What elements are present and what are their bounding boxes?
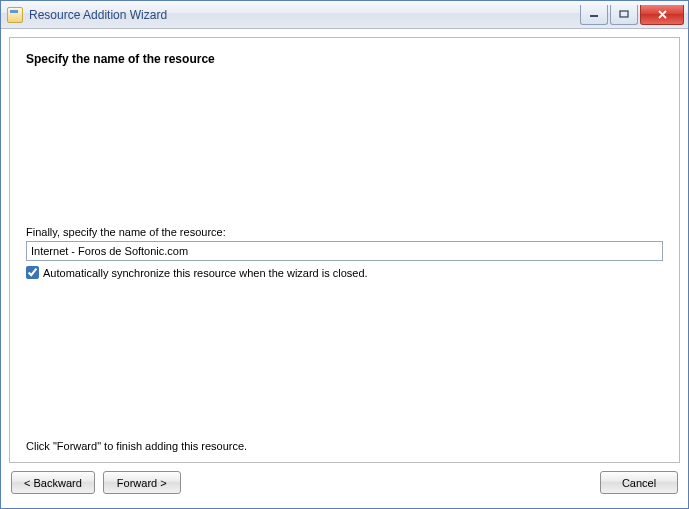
svg-rect-0 [590, 15, 598, 17]
footer-spacer [189, 471, 592, 494]
name-field-block: Finally, specify the name of the resourc… [26, 226, 663, 279]
auto-sync-checkbox[interactable] [26, 266, 39, 279]
app-icon [7, 7, 23, 23]
name-field-label: Finally, specify the name of the resourc… [26, 226, 663, 238]
cancel-button[interactable]: Cancel [600, 471, 678, 494]
window-buttons [580, 5, 686, 25]
window-title: Resource Addition Wizard [29, 8, 167, 22]
titlebar: Resource Addition Wizard [1, 1, 688, 29]
svg-rect-1 [620, 11, 628, 17]
minimize-button[interactable] [580, 5, 608, 25]
wizard-hint: Click "Forward" to finish adding this re… [26, 440, 247, 452]
backward-button[interactable]: < Backward [11, 471, 95, 494]
forward-button[interactable]: Forward > [103, 471, 181, 494]
auto-sync-row: Automatically synchronize this resource … [26, 266, 663, 279]
step-heading: Specify the name of the resource [26, 52, 663, 66]
maximize-button[interactable] [610, 5, 638, 25]
close-button[interactable] [640, 5, 684, 25]
wizard-page: Specify the name of the resource Finally… [9, 37, 680, 463]
auto-sync-label: Automatically synchronize this resource … [43, 267, 368, 279]
resource-name-input[interactable] [26, 241, 663, 261]
wizard-footer: < Backward Forward > Cancel [1, 471, 688, 504]
